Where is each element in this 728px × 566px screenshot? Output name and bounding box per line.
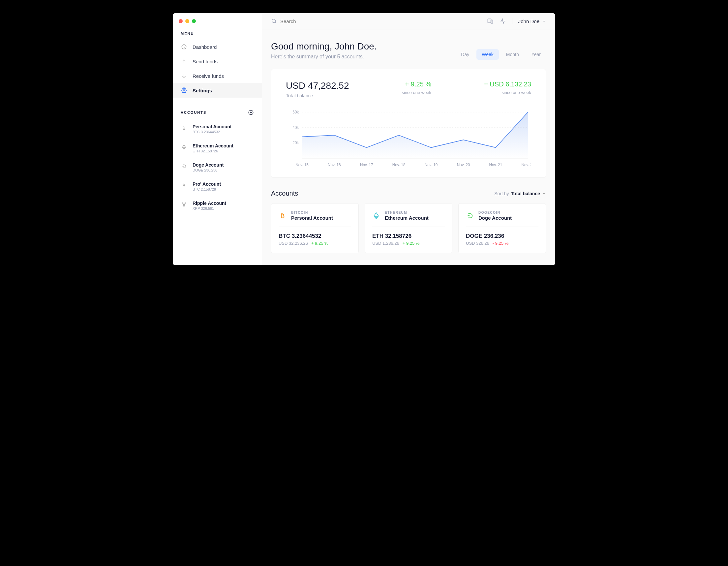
y-tick-label: 40k [292,125,299,130]
bitcoin-icon [279,212,287,220]
card-coin-label: DOGECOIN [478,211,512,214]
x-tick-label: Nov. 16 [328,163,341,167]
card-fiat-balance: USD 1,236.26 [372,241,399,246]
accounts-label: ACCOUNTS [181,110,206,114]
bitcoin-icon [181,182,187,189]
sidebar-account-item[interactable]: Ripple AccountXRP 326.591 [173,196,262,215]
arrow-up-icon [181,58,187,65]
pct-change-label: since one week [402,90,431,95]
arrow-down-icon [181,73,187,79]
account-card[interactable]: DOGECOINDoge AccountDOGE 236.236USD 326.… [458,203,546,253]
balance-pct-change: + 9.25 % since one week [402,80,431,95]
dogecoin-icon [466,212,474,220]
card-account-name: Doge Account [478,215,512,221]
account-name: Pro' Account [193,181,221,187]
main-panel: John Doe Good morning, John Doe. Here's … [262,13,555,265]
nav-item-label: Settings [193,88,212,93]
greeting-subtitle: Here's the summary of your 5 accounts. [271,54,377,60]
card-fiat-balance: USD 32,236.26 [279,241,308,246]
period-tab-year[interactable]: Year [526,49,546,60]
card-change: + 9.25 % [403,241,420,246]
greeting-title: Good morning, John Doe. [271,41,377,52]
account-name: Ethereum Account [193,143,233,148]
y-tick-label: 20k [292,140,299,145]
balance-amount: USD 47,282.52 [286,80,349,91]
account-card[interactable]: BITCOINPersonal AccountBTC 3.23644532USD… [271,203,359,253]
search-wrap [271,18,482,24]
abs-change-label: since one week [484,90,531,95]
balance-card: USD 47,282.52 Total balance + 9.25 % sin… [271,69,546,178]
content: Good morning, John Doe. Here's the summa… [262,29,555,265]
card-body: ETH 32.158726USD 1,236.26+ 9.25 % [372,227,445,246]
card-change: + 9.25 % [311,241,328,246]
doge-icon [181,163,187,169]
app-window: MENU Dashboard Send funds Receive funds … [173,13,555,265]
close-window-button[interactable] [179,19,183,23]
card-crypto-balance: BTC 3.23644532 [279,233,351,239]
sidebar-account-item[interactable]: Doge AccountDOGE 236.236 [173,158,262,177]
svg-point-5 [183,205,184,206]
account-name: Doge Account [193,162,224,167]
period-tab-day[interactable]: Day [456,49,474,60]
user-menu[interactable]: John Doe [518,18,546,24]
sidebar-account-item[interactable]: Ethereum AccountETH 32.158726 [173,138,262,158]
nav-receive-funds[interactable]: Receive funds [173,69,262,83]
account-cards-row: BITCOINPersonal AccountBTC 3.23644532USD… [271,203,546,253]
gear-icon [181,87,187,94]
y-tick-label: 60k [292,110,299,114]
nav-send-funds[interactable]: Send funds [173,54,262,69]
ethereum-icon [181,144,187,150]
ethereum-icon [372,212,380,220]
devices-icon[interactable] [487,18,494,24]
minimize-window-button[interactable] [185,19,189,23]
account-balance: XRP 326.591 [193,206,226,210]
balance-chart: 20k40k60kNov. 15Nov. 16Nov. 17Nov. 18Nov… [286,109,531,168]
account-name: Personal Account [193,124,232,129]
account-name: Ripple Account [193,200,226,206]
x-tick-label: Nov. 15 [295,163,309,167]
sidebar-account-item[interactable]: Pro' AccountBTC 2.158726 [173,177,262,196]
header-row: Good morning, John Doe. Here's the summa… [271,41,546,60]
x-tick-label: Nov. 21 [489,163,502,167]
chart-area-fill [302,112,528,158]
period-tab-week[interactable]: Week [476,49,499,60]
sort-by-dropdown[interactable]: Sort by Total balance [494,191,546,196]
x-tick-label: Nov. 22 [521,163,531,167]
card-fiat-balance: USD 326.26 [466,241,489,246]
accounts-header: ACCOUNTS [173,98,262,119]
sidebar: MENU Dashboard Send funds Receive funds … [173,13,262,265]
nav-settings[interactable]: Settings [173,83,262,98]
activity-icon[interactable] [500,18,506,24]
menu-label: MENU [173,32,262,40]
total-balance: USD 47,282.52 Total balance [286,80,349,98]
maximize-window-button[interactable] [192,19,196,23]
greeting: Good morning, John Doe. Here's the summa… [271,41,377,60]
pct-change-value: + 9.25 % [402,80,431,88]
account-balance: ETH 32.158726 [193,149,233,153]
add-account-button[interactable] [248,109,254,115]
card-body: BTC 3.23644532USD 32,236.26+ 9.25 % [279,227,351,246]
abs-change-value: + USD 6,132.23 [484,80,531,88]
card-head: BITCOINPersonal Account [279,211,351,227]
accounts-title: Accounts [271,190,298,197]
svg-point-3 [182,202,183,203]
account-balance: BTC 3.23644532 [193,130,232,134]
card-crypto-balance: ETH 32.158726 [372,233,445,239]
accounts-section: Accounts Sort by Total balance BITCOINPe… [271,190,546,253]
nav-dashboard[interactable]: Dashboard [173,40,262,54]
search-input[interactable] [280,18,482,24]
card-head: DOGECOINDoge Account [466,211,538,227]
account-balance: DOGE 236.236 [193,168,224,172]
period-tab-month[interactable]: Month [501,49,524,60]
sidebar-account-item[interactable]: Personal AccountBTC 3.23644532 [173,119,262,138]
nav-item-label: Receive funds [193,73,224,79]
card-crypto-balance: DOGE 236.236 [466,233,538,239]
topbar-right: John Doe [487,18,546,24]
balance-row: USD 47,282.52 Total balance + 9.25 % sin… [286,80,531,98]
svg-point-1 [183,90,185,91]
x-tick-label: Nov. 18 [392,163,406,167]
sort-by-value: Total balance [511,191,540,196]
account-card[interactable]: ETHEREUMEthereum AccountETH 32.158726USD… [365,203,452,253]
card-coin-label: BITCOIN [291,211,333,214]
balance-abs-change: + USD 6,132.23 since one week [484,80,531,95]
